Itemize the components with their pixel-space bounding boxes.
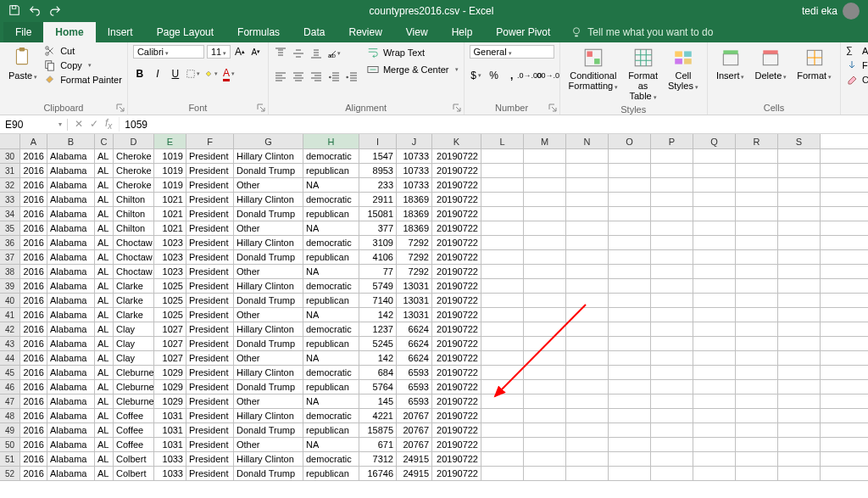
row-header[interactable]: 46 [0, 380, 20, 394]
cell[interactable]: 2016 [20, 221, 47, 235]
cell[interactable]: 1029 [154, 380, 186, 394]
cell[interactable]: Alabama [47, 294, 95, 307]
cell[interactable]: AL [95, 308, 114, 322]
cell[interactable]: President [186, 164, 234, 177]
cell[interactable]: 2016 [20, 207, 47, 221]
cell[interactable] [609, 250, 651, 264]
cell[interactable]: 16746 [359, 467, 397, 480]
cell[interactable] [481, 380, 524, 394]
cell[interactable] [524, 250, 566, 264]
cell[interactable]: 20190722 [432, 351, 481, 365]
cell[interactable]: 10733 [397, 149, 432, 163]
cell[interactable]: 15875 [359, 423, 397, 437]
dialog-launcher-icon[interactable] [256, 103, 266, 113]
cell[interactable]: Cleburne [114, 394, 154, 408]
cell[interactable]: 18369 [397, 207, 432, 221]
cell[interactable]: President [186, 265, 234, 278]
row-header[interactable]: 47 [0, 394, 20, 408]
cell[interactable] [609, 337, 651, 350]
cell[interactable] [693, 207, 736, 221]
cell[interactable]: 1025 [154, 294, 186, 307]
row-header[interactable]: 45 [0, 366, 20, 379]
cell[interactable]: Alabama [47, 193, 95, 206]
cell[interactable] [524, 164, 566, 177]
cell[interactable]: President [186, 178, 234, 192]
cell[interactable]: 20190722 [432, 207, 481, 221]
dialog-launcher-icon[interactable] [452, 103, 462, 113]
undo-icon[interactable] [29, 4, 41, 19]
cell[interactable]: 20190722 [432, 265, 481, 278]
cell[interactable] [651, 149, 693, 163]
cell[interactable] [736, 236, 778, 249]
column-header[interactable]: K [432, 134, 481, 148]
cell[interactable] [693, 265, 736, 278]
italic-button[interactable]: I [151, 67, 164, 81]
column-header[interactable]: H [303, 134, 359, 148]
cell[interactable]: 10733 [397, 178, 432, 192]
cell[interactable]: Hillary Clinton [234, 149, 303, 163]
cell[interactable]: 20190722 [432, 164, 481, 177]
cell[interactable] [778, 337, 821, 350]
cell[interactable]: 20190722 [432, 294, 481, 307]
cell[interactable]: Alabama [47, 279, 95, 293]
cell[interactable] [609, 423, 651, 437]
cell[interactable] [524, 423, 566, 437]
cell[interactable]: 142 [359, 351, 397, 365]
cell[interactable]: 2016 [20, 294, 47, 307]
dialog-launcher-icon[interactable] [115, 103, 125, 113]
cell[interactable] [651, 265, 693, 278]
cell[interactable]: President [186, 236, 234, 249]
cell[interactable]: 6593 [397, 394, 432, 408]
cell[interactable]: Cleburne [114, 366, 154, 379]
cell[interactable]: 1031 [154, 423, 186, 437]
cell[interactable]: President [186, 221, 234, 235]
cell[interactable] [736, 178, 778, 192]
cell[interactable]: Alabama [47, 178, 95, 192]
cell[interactable] [778, 380, 821, 394]
underline-button[interactable]: U [169, 67, 182, 81]
cell[interactable]: 13031 [397, 294, 432, 307]
cell[interactable] [524, 265, 566, 278]
cell[interactable]: Clay [114, 337, 154, 350]
cell[interactable]: AL [95, 193, 114, 206]
cell[interactable] [524, 279, 566, 293]
cell[interactable]: AL [95, 250, 114, 264]
cell[interactable]: 10733 [397, 164, 432, 177]
cell[interactable]: NA [303, 308, 359, 322]
cell[interactable]: republican [303, 337, 359, 350]
cell[interactable] [481, 438, 524, 451]
cell[interactable]: republican [303, 250, 359, 264]
cell[interactable]: 6624 [397, 322, 432, 336]
cell[interactable]: 6593 [397, 366, 432, 379]
cell[interactable] [524, 366, 566, 379]
cell[interactable]: Clarke [114, 279, 154, 293]
cell[interactable]: 13031 [397, 279, 432, 293]
cell[interactable] [736, 265, 778, 278]
cell[interactable]: 2016 [20, 452, 47, 466]
cell[interactable]: 7292 [397, 236, 432, 249]
cell[interactable]: 20190722 [432, 337, 481, 350]
cell[interactable]: 2016 [20, 380, 47, 394]
column-header[interactable]: I [359, 134, 397, 148]
cell[interactable] [566, 452, 609, 466]
cell[interactable]: 1027 [154, 337, 186, 350]
cell[interactable]: 7292 [397, 250, 432, 264]
increase-font-icon[interactable]: A▴ [233, 45, 247, 59]
cell[interactable]: republican [303, 164, 359, 177]
cell[interactable]: Other [234, 221, 303, 235]
conditional-formatting-button[interactable]: Conditional Formatting [565, 45, 622, 92]
column-header[interactable]: R [736, 134, 778, 148]
fill-color-button[interactable] [204, 67, 218, 81]
cell[interactable] [778, 438, 821, 451]
cell[interactable]: Other [234, 178, 303, 192]
cell[interactable]: AL [95, 467, 114, 480]
cell[interactable]: President [186, 279, 234, 293]
cell[interactable] [778, 322, 821, 336]
cell[interactable]: NA [303, 438, 359, 451]
cell[interactable] [778, 294, 821, 307]
cell[interactable] [736, 294, 778, 307]
cell[interactable] [693, 221, 736, 235]
cell[interactable]: Alabama [47, 351, 95, 365]
column-header[interactable]: E [154, 134, 186, 148]
cell[interactable]: 2016 [20, 279, 47, 293]
